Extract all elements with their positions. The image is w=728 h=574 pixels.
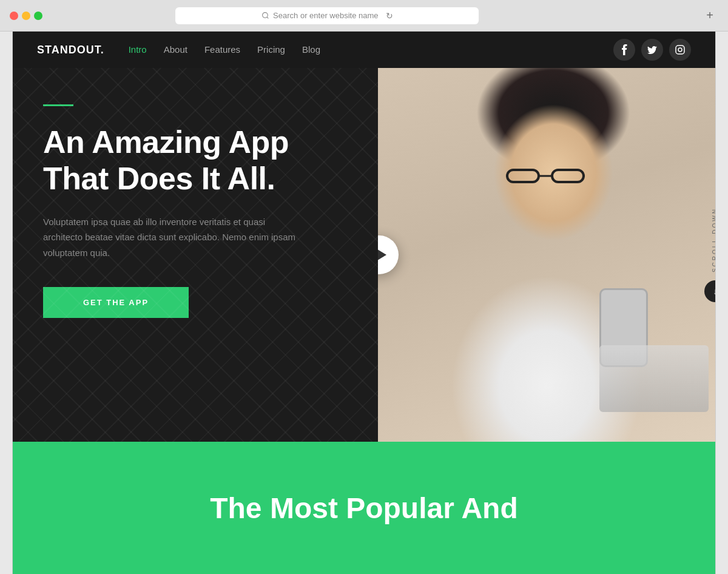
hero-right: SCROLL DOWN ↓ bbox=[378, 68, 715, 442]
hero-title: An Amazing App That Does It All. bbox=[43, 124, 348, 197]
svg-rect-2 bbox=[676, 46, 684, 54]
social-icons bbox=[613, 39, 691, 61]
refresh-button[interactable]: ↻ bbox=[386, 11, 393, 21]
maximize-button[interactable] bbox=[34, 12, 42, 20]
nav-item-intro[interactable]: Intro bbox=[129, 44, 147, 55]
scroll-text: SCROLL DOWN bbox=[712, 208, 715, 272]
laptop-prop bbox=[599, 345, 709, 412]
get-app-button[interactable]: GeT The ApP bbox=[43, 287, 189, 318]
address-bar[interactable]: Search or enter website name ↻ bbox=[175, 7, 479, 24]
site-logo[interactable]: STANDOUT. bbox=[37, 44, 104, 56]
nav-item-pricing[interactable]: Pricing bbox=[257, 44, 285, 55]
hero-section: An Amazing App That Does It All. Volupta… bbox=[13, 68, 715, 442]
svg-line-1 bbox=[267, 17, 268, 18]
nav-item-features[interactable]: Features bbox=[204, 44, 240, 55]
svg-point-4 bbox=[682, 47, 683, 47]
svg-rect-5 bbox=[507, 170, 539, 182]
svg-rect-6 bbox=[552, 170, 584, 182]
glasses-svg bbox=[506, 165, 585, 184]
navbar: STANDOUT. Intro About Features Pricing B… bbox=[13, 32, 715, 68]
svg-point-3 bbox=[678, 48, 682, 52]
scroll-down-button[interactable]: ↓ bbox=[704, 280, 715, 302]
hero-left: An Amazing App That Does It All. Volupta… bbox=[13, 68, 378, 442]
address-text: Search or enter website name bbox=[273, 11, 378, 20]
search-icon bbox=[261, 12, 269, 19]
browser-chrome: Search or enter website name ↻ + bbox=[0, 0, 728, 32]
accent-line bbox=[43, 104, 73, 106]
green-title: The Most Popular And bbox=[210, 491, 518, 525]
instagram-icon[interactable] bbox=[669, 39, 691, 61]
hero-description: Voluptatem ipsa quae ab illo inventore v… bbox=[43, 214, 298, 261]
nav-item-blog[interactable]: Blog bbox=[302, 44, 320, 55]
minimize-button[interactable] bbox=[22, 12, 30, 20]
close-button[interactable] bbox=[10, 12, 18, 20]
green-section: The Most Popular And bbox=[13, 442, 715, 574]
svg-point-0 bbox=[263, 13, 268, 18]
play-icon bbox=[378, 248, 386, 262]
nav-item-about[interactable]: About bbox=[164, 44, 187, 55]
nav-links: Intro About Features Pricing Blog bbox=[129, 44, 320, 55]
traffic-lights bbox=[10, 12, 42, 20]
facebook-icon[interactable] bbox=[613, 39, 635, 61]
new-tab-button[interactable]: + bbox=[701, 7, 718, 24]
twitter-icon[interactable] bbox=[641, 39, 663, 61]
scroll-down-container: SCROLL DOWN ↓ bbox=[704, 68, 715, 442]
website-content: STANDOUT. Intro About Features Pricing B… bbox=[12, 32, 716, 574]
